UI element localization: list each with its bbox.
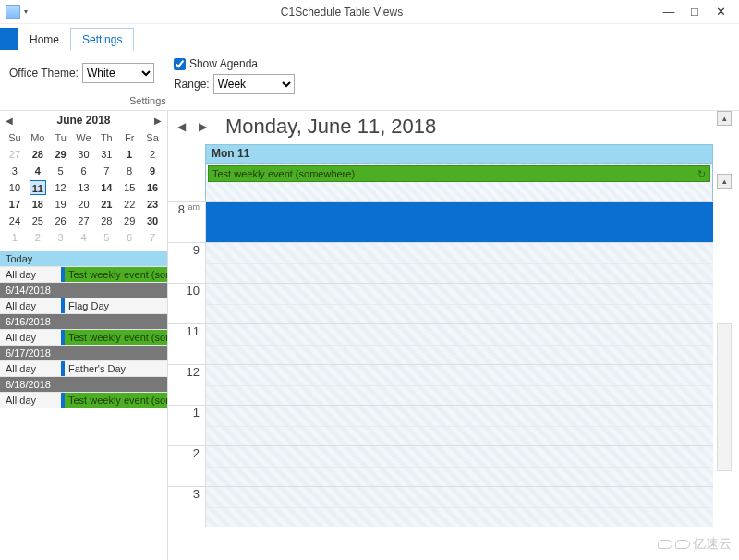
tab-home[interactable]: Home xyxy=(18,29,70,50)
calendar-day[interactable]: 30 xyxy=(141,213,164,229)
title-bar: ▾ C1Schedule Table Views — □ ✕ xyxy=(0,0,739,24)
hour-cell[interactable] xyxy=(205,202,713,242)
calendar-day[interactable]: 21 xyxy=(95,196,118,213)
dow-cell: Su xyxy=(4,129,27,146)
calendar-day[interactable]: 29 xyxy=(49,146,72,163)
agenda-allday-label: All day xyxy=(0,267,61,282)
calendar-day[interactable]: 27 xyxy=(72,213,95,229)
agenda-allday-label: All day xyxy=(0,361,61,376)
dow-cell: We xyxy=(72,129,95,146)
calendar-day[interactable]: 13 xyxy=(72,179,95,196)
agenda-event[interactable]: Test weekly event (som xyxy=(65,267,167,282)
hour-label: 10 xyxy=(168,284,205,323)
scroll-down-icon[interactable]: ▴ xyxy=(717,174,732,189)
calendar-day[interactable]: 2 xyxy=(141,146,164,163)
hour-row[interactable]: 9 xyxy=(168,242,713,283)
hour-cell[interactable] xyxy=(205,487,713,527)
calendar-day[interactable]: 20 xyxy=(72,196,95,213)
allday-area[interactable]: Test weekly event (somewhere) ↻ xyxy=(205,163,713,201)
hour-cell[interactable] xyxy=(205,406,713,445)
prev-day-icon[interactable]: ◀ xyxy=(177,120,186,133)
file-tab[interactable] xyxy=(0,28,18,50)
calendar-day[interactable]: 15 xyxy=(118,179,141,196)
calendar-day[interactable]: 16 xyxy=(141,179,164,196)
calendar-day[interactable]: 31 xyxy=(95,146,118,163)
calendar-day[interactable]: 19 xyxy=(49,196,72,213)
close-button[interactable]: ✕ xyxy=(708,5,733,18)
hour-row[interactable]: 12 xyxy=(168,364,713,405)
calendar-day[interactable]: 6 xyxy=(118,229,141,246)
maximize-button[interactable]: □ xyxy=(682,5,708,18)
calendar-day[interactable]: 9 xyxy=(141,163,164,179)
calendar-day[interactable]: 23 xyxy=(141,196,164,213)
agenda-event[interactable]: Test weekly event (som xyxy=(65,393,167,408)
hour-cell[interactable] xyxy=(205,446,713,486)
hour-cell[interactable] xyxy=(205,324,713,364)
calendar-day[interactable]: 26 xyxy=(49,213,72,229)
agenda-event[interactable]: Test weekly event (som xyxy=(65,330,167,345)
show-agenda-checkbox[interactable] xyxy=(174,58,186,70)
prev-month-icon[interactable]: ◀ xyxy=(6,116,13,126)
agenda-row[interactable]: All dayFlag Day xyxy=(0,298,167,314)
calendar-day[interactable]: 1 xyxy=(4,229,27,246)
agenda-row[interactable]: All dayTest weekly event (som xyxy=(0,392,167,408)
hour-row[interactable]: 8 am xyxy=(168,201,713,242)
scroll-up-icon[interactable]: ▴ xyxy=(717,111,732,126)
calendar-day[interactable]: 7 xyxy=(95,163,118,179)
ribbon-tabs: Home Settings xyxy=(0,24,739,50)
mini-calendar[interactable]: SuMoTuWeThFrSa 2728293031123456789101112… xyxy=(4,129,164,246)
calendar-day[interactable]: 10 xyxy=(4,179,27,196)
next-month-icon[interactable]: ▶ xyxy=(154,116,162,126)
calendar-day[interactable]: 4 xyxy=(72,229,95,246)
calendar-day[interactable]: 3 xyxy=(49,229,72,246)
agenda-event[interactable]: Flag Day xyxy=(65,298,167,313)
calendar-day[interactable]: 1 xyxy=(118,146,141,163)
calendar-day[interactable]: 4 xyxy=(26,163,49,179)
calendar-day[interactable]: 27 xyxy=(4,146,27,163)
hour-row[interactable]: 3 xyxy=(168,486,713,527)
month-navigator: ◀ June 2018 ▶ xyxy=(0,111,167,129)
calendar-day[interactable]: 2 xyxy=(26,229,49,246)
calendar-day[interactable]: 18 xyxy=(26,196,49,213)
calendar-day[interactable]: 22 xyxy=(118,196,141,213)
timeline[interactable]: 8 am9101112123 xyxy=(168,201,713,560)
hour-cell[interactable] xyxy=(205,243,713,283)
hour-row[interactable]: 10 xyxy=(168,283,713,323)
calendar-day[interactable]: 17 xyxy=(4,196,27,213)
calendar-day[interactable]: 28 xyxy=(26,146,49,163)
dow-cell: Fr xyxy=(118,129,141,146)
calendar-day[interactable]: 14 xyxy=(95,179,118,196)
calendar-day[interactable]: 28 xyxy=(95,213,118,229)
agenda-date-header: 6/16/2018 xyxy=(0,314,167,329)
calendar-day[interactable]: 8 xyxy=(118,163,141,179)
calendar-day[interactable]: 5 xyxy=(95,229,118,246)
calendar-day[interactable]: 11 xyxy=(26,179,49,196)
calendar-day[interactable]: 29 xyxy=(118,213,141,229)
calendar-day[interactable]: 6 xyxy=(72,163,95,179)
minimize-button[interactable]: — xyxy=(656,5,682,18)
vertical-scrollbar[interactable] xyxy=(717,323,732,471)
hour-row[interactable]: 2 xyxy=(168,445,713,486)
calendar-day[interactable]: 25 xyxy=(26,213,49,229)
allday-event[interactable]: Test weekly event (somewhere) ↻ xyxy=(208,165,710,182)
range-label: Range: xyxy=(174,78,210,91)
calendar-day[interactable]: 24 xyxy=(4,213,27,229)
agenda-row[interactable]: All dayTest weekly event (som xyxy=(0,329,167,346)
hour-cell[interactable] xyxy=(205,284,713,323)
next-day-icon[interactable]: ▶ xyxy=(199,120,207,133)
agenda-row[interactable]: All dayFather's Day xyxy=(0,360,167,377)
office-theme-select[interactable]: White xyxy=(82,63,154,83)
calendar-day[interactable]: 7 xyxy=(141,229,164,246)
calendar-day[interactable]: 3 xyxy=(4,163,27,179)
calendar-day[interactable]: 5 xyxy=(49,163,72,179)
dow-cell: Mo xyxy=(26,129,49,146)
hour-row[interactable]: 1 xyxy=(168,405,713,445)
tab-settings[interactable]: Settings xyxy=(70,28,134,51)
agenda-event[interactable]: Father's Day xyxy=(65,361,167,376)
range-select[interactable]: Week xyxy=(213,74,295,94)
calendar-day[interactable]: 30 xyxy=(72,146,95,163)
hour-row[interactable]: 11 xyxy=(168,323,713,364)
agenda-row[interactable]: All dayTest weekly event (som xyxy=(0,266,167,283)
calendar-day[interactable]: 12 xyxy=(49,179,72,196)
hour-cell[interactable] xyxy=(205,365,713,405)
